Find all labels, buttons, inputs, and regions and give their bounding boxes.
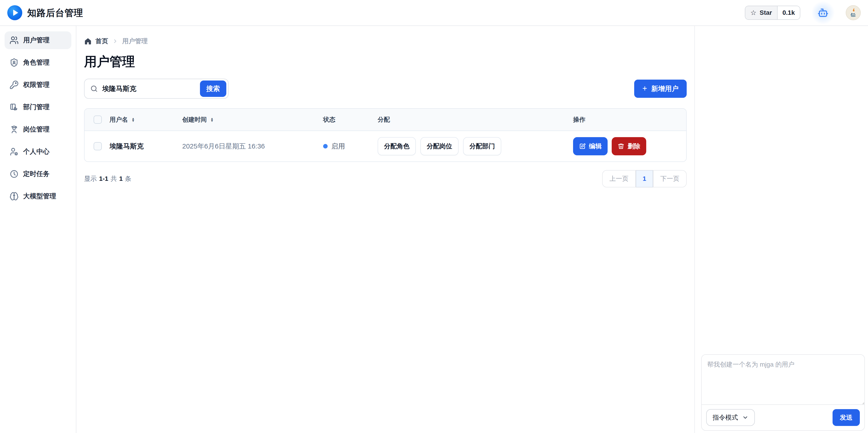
clock-icon	[9, 169, 19, 178]
prev-page-button[interactable]: 上一页	[602, 170, 636, 187]
add-user-button[interactable]: + 新增用户	[634, 80, 687, 98]
brain-icon	[9, 192, 19, 201]
current-page-button[interactable]: 1	[636, 170, 653, 187]
assistant-panel: 指令模式 发送	[694, 26, 868, 433]
sidebar-item-role-management[interactable]: 角色管理	[4, 54, 71, 71]
sidebar-item-label: 个人中心	[23, 147, 50, 156]
header-created-at: 创建时间	[182, 116, 207, 124]
delete-label: 删除	[628, 142, 640, 150]
status-dot-icon	[323, 144, 328, 148]
cell-created-at: 2025年6月6日星期五 16:36	[182, 142, 265, 151]
shield-user-icon	[9, 58, 19, 67]
assign-department-button[interactable]: 分配部门	[463, 137, 501, 155]
chevron-right-icon	[112, 38, 118, 44]
status-badge: 启用	[323, 142, 378, 151]
add-user-label: 新增用户	[651, 84, 679, 93]
trash-icon	[618, 143, 624, 150]
users-table: 用户名 ▲▼ 创建时间 ▲▼ 状态 分配 操作 埃隆马斯克 2025年6月6日星…	[84, 108, 687, 162]
sort-username-icon[interactable]: ▲▼	[131, 117, 135, 122]
user-gear-icon	[9, 147, 19, 156]
row-checkbox[interactable]	[94, 142, 102, 150]
search-icon	[90, 85, 98, 93]
sidebar-item-post-management[interactable]: 岗位管理	[4, 120, 71, 138]
star-icon: ☆	[750, 9, 756, 16]
assign-role-button[interactable]: 分配角色	[378, 137, 416, 155]
robot-icon	[817, 7, 829, 18]
app-title: 知路后台管理	[27, 7, 83, 19]
send-button[interactable]: 发送	[833, 409, 860, 426]
table-header-row: 用户名 ▲▼ 创建时间 ▲▼ 状态 分配 操作	[85, 109, 686, 131]
pagination-bar: 显示 1-1 共 1 条 上一页 1 下一页	[84, 170, 687, 187]
users-icon	[9, 36, 19, 45]
delete-button[interactable]: 删除	[612, 137, 646, 155]
pager: 上一页 1 下一页	[602, 170, 687, 187]
header-username: 用户名	[110, 116, 128, 124]
java-logo-icon	[848, 8, 858, 18]
header-actions: 操作	[573, 116, 585, 124]
chat-footer: 指令模式 发送	[702, 404, 864, 430]
summary-mid: 共	[111, 174, 117, 183]
app-root: 知路后台管理 ☆ Star 0.1k	[0, 0, 868, 433]
sidebar-item-label: 角色管理	[23, 58, 50, 67]
table-row: 埃隆马斯克 2025年6月6日星期五 16:36 启用 分配角色 分配岗位 分配…	[85, 131, 686, 162]
assign-post-button[interactable]: 分配岗位	[421, 137, 459, 155]
search-input[interactable]	[102, 85, 196, 92]
sidebar-item-scheduled-tasks[interactable]: 定时任务	[4, 165, 71, 183]
sort-created-icon[interactable]: ▲▼	[210, 117, 214, 122]
sidebar-item-personal-center[interactable]: 个人中心	[4, 143, 71, 161]
app-logo-icon	[7, 5, 22, 20]
key-icon	[9, 80, 19, 89]
sidebar-item-llm-management[interactable]: 大模型管理	[4, 187, 71, 205]
home-icon	[84, 37, 92, 45]
mode-label: 指令模式	[713, 413, 738, 422]
top-header: 知路后台管理 ☆ Star 0.1k	[0, 0, 868, 26]
sidebar-item-label: 部门管理	[23, 103, 50, 112]
page-title: 用户管理	[84, 53, 687, 70]
search-button[interactable]: 搜索	[200, 81, 226, 97]
github-star-badge[interactable]: ☆ Star 0.1k	[745, 6, 800, 20]
plus-icon: +	[642, 84, 647, 92]
breadcrumb-home-link[interactable]: 首页	[84, 37, 108, 46]
chevron-down-icon	[742, 414, 748, 421]
chat-panel: 指令模式 发送	[701, 354, 865, 431]
sidebar: 用户管理 角色管理 权限管理 部门管理 岗位管理 个人中心	[0, 26, 76, 433]
star-label: Star	[760, 9, 772, 17]
header-actions: ☆ Star 0.1k	[745, 1, 861, 25]
sidebar-item-label: 大模型管理	[23, 192, 56, 201]
pagination-summary: 显示 1-1 共 1 条	[84, 174, 131, 183]
edit-pencil-icon	[579, 143, 586, 150]
breadcrumb-current: 用户管理	[122, 37, 148, 46]
summary-suffix: 条	[125, 174, 131, 183]
assistant-robot-button[interactable]	[811, 1, 835, 25]
search-box: 搜索	[84, 79, 228, 99]
sidebar-item-label: 权限管理	[23, 80, 50, 89]
sidebar-item-permission-management[interactable]: 权限管理	[4, 76, 71, 94]
next-page-button[interactable]: 下一页	[653, 170, 687, 187]
cell-username: 埃隆马斯克	[110, 142, 144, 151]
toolbar: 搜索 + 新增用户	[84, 79, 687, 99]
chat-input[interactable]	[702, 355, 864, 404]
status-label: 启用	[331, 142, 345, 151]
main-content: 首页 用户管理 用户管理 搜索 + 新增用户	[76, 26, 694, 433]
star-count: 0.1k	[778, 6, 800, 19]
sidebar-item-label: 用户管理	[23, 36, 50, 45]
brand: 知路后台管理	[7, 5, 83, 20]
department-icon	[9, 103, 19, 112]
select-all-checkbox[interactable]	[94, 116, 102, 124]
header-status: 状态	[323, 116, 335, 123]
summary-prefix: 显示	[84, 174, 97, 183]
sidebar-item-user-management[interactable]: 用户管理	[4, 31, 71, 49]
graduate-icon	[9, 125, 19, 134]
sidebar-item-department-management[interactable]: 部门管理	[4, 98, 71, 116]
breadcrumb: 首页 用户管理	[84, 37, 687, 46]
header-assign: 分配	[378, 116, 390, 124]
edit-button[interactable]: 编辑	[573, 137, 608, 155]
breadcrumb-home-label: 首页	[95, 37, 108, 46]
edit-label: 编辑	[589, 142, 602, 150]
sidebar-item-label: 岗位管理	[23, 125, 50, 134]
sidebar-item-label: 定时任务	[23, 169, 50, 178]
mode-select-button[interactable]: 指令模式	[706, 409, 755, 426]
user-avatar[interactable]	[846, 5, 861, 20]
summary-total: 1	[119, 175, 123, 182]
summary-range: 1-1	[99, 175, 108, 182]
